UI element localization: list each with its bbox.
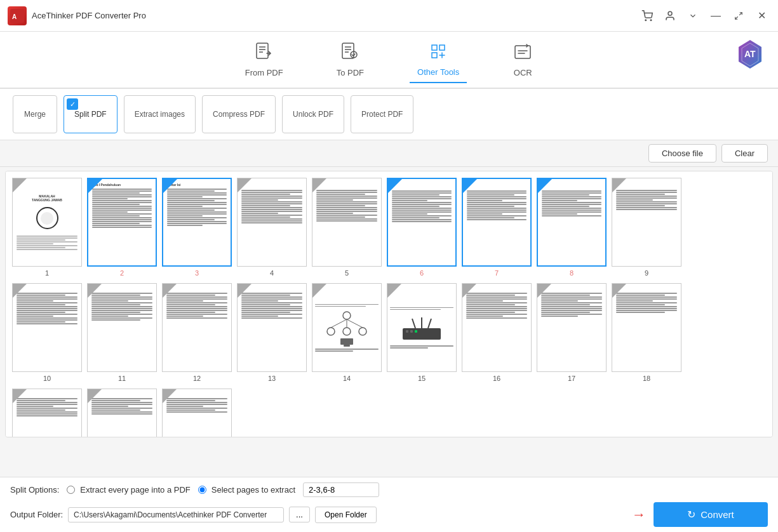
page-thumb-4[interactable]: 4 <box>237 178 307 277</box>
convert-button[interactable]: ↻ Convert <box>654 502 768 527</box>
bottom-controls: Split Options: Extract every page into a… <box>0 477 778 532</box>
page-thumb-11[interactable]: 11 <box>87 283 157 382</box>
page-thumb-12[interactable]: 12 <box>162 283 232 382</box>
page-img-10 <box>12 283 82 372</box>
svg-line-5 <box>739 12 742 15</box>
page-thumb-21[interactable]: 21 <box>162 389 232 437</box>
extract-images-label: Extract images <box>135 110 185 119</box>
page-img-3: Daftar Isi <box>162 178 232 267</box>
radio-every-page-input[interactable] <box>67 486 75 494</box>
choose-file-button[interactable]: Choose file <box>648 144 716 163</box>
page-thumb-1[interactable]: MAKALAHTANGGUNG JAWAB <box>12 178 82 277</box>
corner-12 <box>163 284 177 298</box>
page-img-11 <box>87 283 157 372</box>
page-num-3: 3 <box>195 269 199 277</box>
page-thumb-6[interactable]: 6 <box>387 178 457 277</box>
minimize-button[interactable]: — <box>707 7 725 25</box>
svg-line-6 <box>735 17 738 19</box>
open-folder-button[interactable]: Open Folder <box>315 507 377 523</box>
radio-select-pages-label: Select pages to extract <box>211 485 295 495</box>
clear-button[interactable]: Clear <box>721 144 768 163</box>
tab-protect-pdf[interactable]: Protect PDF <box>351 95 413 133</box>
svg-point-15 <box>359 328 366 335</box>
page-thumb-16[interactable]: 16 <box>462 283 532 382</box>
svg-line-25 <box>412 319 415 328</box>
pages-container: MAKALAHTANGGUNG JAWAB <box>5 171 773 437</box>
svg-rect-19 <box>340 338 353 345</box>
page-thumb-9[interactable]: 9 <box>612 178 681 277</box>
browse-folder-button[interactable]: ... <box>289 507 310 522</box>
corner-15 <box>387 284 401 298</box>
tab-ocr[interactable]: OCR <box>505 37 540 83</box>
page-img-9 <box>612 178 681 267</box>
close-button[interactable]: ✕ <box>753 7 770 25</box>
corner-21 <box>163 389 177 403</box>
page-img-1: MAKALAHTANGGUNG JAWAB <box>12 178 82 267</box>
tab-other-tools[interactable]: Other Tools <box>410 36 467 83</box>
from-pdf-icon <box>254 42 274 65</box>
page-img-19 <box>12 389 82 437</box>
page-thumb-17[interactable]: 17 <box>537 283 607 382</box>
page-thumb-2[interactable]: Bab I Pendahuluan <box>87 178 157 277</box>
radio-every-page[interactable]: Extract every page into a PDF <box>67 485 190 495</box>
svg-line-16 <box>331 319 347 328</box>
svg-text:A: A <box>12 13 17 20</box>
page-thumb-14[interactable]: 14 <box>312 283 382 382</box>
convert-icon: ↻ <box>687 509 695 521</box>
corner-11 <box>88 284 102 298</box>
svg-point-2 <box>645 20 647 21</box>
corner-19 <box>13 389 27 403</box>
corner-4 <box>238 178 252 192</box>
page-thumb-19[interactable]: 19 <box>12 389 82 437</box>
tool-tabs-bar: Merge ✓ Split PDF Extract images Compres… <box>0 89 778 140</box>
user-icon[interactable] <box>661 7 679 25</box>
page-thumb-5[interactable]: 5 <box>312 178 382 277</box>
tab-unlock-pdf[interactable]: Unlock PDF <box>282 95 344 133</box>
page-thumb-20[interactable]: 20 <box>87 389 157 437</box>
corner-16 <box>462 284 476 298</box>
page-thumb-15[interactable]: 15 <box>387 283 457 382</box>
page-img-4 <box>237 178 307 267</box>
radio-select-pages-input[interactable] <box>198 486 206 494</box>
tab-compress-pdf[interactable]: Compress PDF <box>202 95 276 133</box>
radio-select-pages[interactable]: Select pages to extract <box>198 485 295 495</box>
svg-point-3 <box>650 20 652 21</box>
page-thumb-10[interactable]: 10 <box>12 283 82 382</box>
page-num-4: 4 <box>270 269 274 277</box>
page-img-8 <box>537 178 607 267</box>
page-thumb-13[interactable]: 13 <box>237 283 307 382</box>
other-tools-label: Other Tools <box>417 67 459 77</box>
folder-path-input[interactable] <box>68 507 284 522</box>
tab-extract-images[interactable]: Extract images <box>124 95 196 133</box>
pages-row-2: 10 <box>12 283 766 382</box>
tab-merge[interactable]: Merge <box>13 95 57 133</box>
pages-range-input[interactable] <box>303 482 379 497</box>
maximize-button[interactable] <box>730 7 748 25</box>
file-actions-bar: Choose file Clear <box>0 140 778 167</box>
page-num-11: 11 <box>118 375 126 382</box>
compress-pdf-label: Compress PDF <box>213 110 265 119</box>
split-options-label: Split Options: <box>10 485 59 495</box>
corner-14 <box>312 284 326 298</box>
page-img-17 <box>537 283 607 372</box>
page-num-2: 2 <box>120 269 124 277</box>
page-thumb-7[interactable]: 7 <box>462 178 532 277</box>
svg-point-14 <box>343 328 351 335</box>
corner-20 <box>88 389 102 403</box>
corner-7 <box>463 179 477 193</box>
page-thumb-8[interactable]: 8 <box>537 178 607 277</box>
dropdown-icon[interactable] <box>684 7 702 25</box>
tab-split-pdf[interactable]: ✓ Split PDF <box>64 95 117 133</box>
page-thumb-3[interactable]: Daftar Isi 3 <box>162 178 232 277</box>
page-num-5: 5 <box>345 269 349 277</box>
page-thumb-18[interactable]: 18 <box>612 283 681 382</box>
page-num-8: 8 <box>570 269 573 277</box>
page-num-16: 16 <box>493 375 500 382</box>
split-pdf-label: Split PDF <box>74 110 107 119</box>
page-num-10: 10 <box>43 375 51 382</box>
tab-from-pdf[interactable]: From PDF <box>238 37 291 83</box>
cart-icon[interactable] <box>638 7 656 25</box>
tab-to-pdf[interactable]: To PDF <box>329 37 372 83</box>
page-img-21 <box>162 389 232 437</box>
svg-rect-24 <box>415 330 417 333</box>
